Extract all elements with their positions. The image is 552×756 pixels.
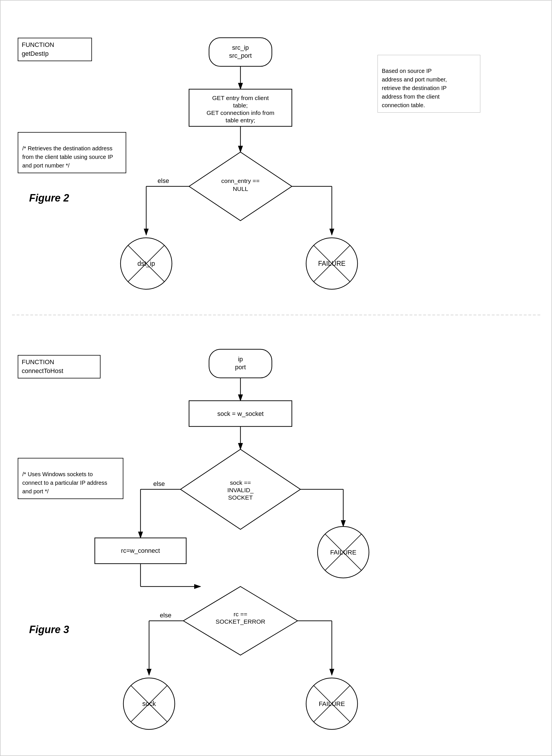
svg-point-23 — [306, 238, 358, 289]
svg-marker-52 — [183, 586, 298, 655]
svg-text:else: else — [160, 612, 171, 619]
svg-text:src_ip: src_ip — [232, 44, 249, 51]
svg-line-20 — [128, 245, 164, 282]
svg-text:table entry;: table entry; — [226, 117, 255, 123]
page: FUNCTION getDestIp /* Retrieves the dest… — [0, 0, 552, 756]
figure2-comment-box: /* Retrieves the destination address fro… — [18, 132, 126, 173]
figure3-comment-text: /* Uses Windows sockets to connect to a … — [22, 471, 107, 495]
svg-line-21 — [128, 245, 164, 282]
svg-rect-32 — [189, 401, 292, 426]
svg-text:conn_entry ==: conn_entry == — [221, 178, 260, 184]
svg-text:ip: ip — [238, 355, 243, 363]
svg-rect-5 — [189, 89, 292, 126]
svg-text:rc ==: rc == — [234, 611, 247, 617]
svg-line-62 — [131, 685, 167, 722]
svg-point-44 — [317, 527, 369, 578]
svg-text:sock ==: sock == — [230, 479, 251, 486]
figure3-label: Figure 3 — [29, 624, 69, 636]
svg-text:FAILURE: FAILURE — [318, 260, 346, 267]
figure2-comment-text: /* Retrieves the destination address fro… — [22, 145, 113, 169]
svg-line-46 — [325, 534, 362, 570]
svg-rect-1 — [209, 38, 272, 66]
svg-point-60 — [123, 678, 175, 730]
svg-line-61 — [131, 685, 167, 722]
svg-text:GET entry from client: GET entry from client — [212, 95, 269, 101]
svg-text:rc=w_connect: rc=w_connect — [121, 547, 160, 554]
svg-text:NULL: NULL — [233, 186, 248, 192]
svg-line-24 — [313, 245, 350, 282]
svg-marker-35 — [180, 449, 300, 529]
figure3-function-box: FUNCTION connectToHost — [18, 355, 101, 379]
svg-rect-48 — [95, 538, 186, 564]
figure2-annotation-box: Based on source IP address and port numb… — [378, 55, 480, 113]
svg-line-65 — [313, 685, 350, 722]
svg-text:else: else — [153, 480, 165, 487]
svg-point-64 — [306, 678, 358, 730]
svg-text:else: else — [158, 177, 169, 184]
svg-text:table;: table; — [233, 102, 248, 109]
svg-line-45 — [325, 534, 362, 570]
svg-text:dst_ip: dst_ip — [137, 260, 155, 267]
svg-text:SOCKET_ERROR: SOCKET_ERROR — [216, 618, 265, 625]
svg-rect-28 — [209, 349, 272, 378]
svg-text:FAILURE: FAILURE — [330, 549, 357, 556]
svg-text:INVALID_: INVALID_ — [227, 487, 254, 494]
svg-text:src_port: src_port — [229, 52, 252, 59]
function3-label-line1: FUNCTION — [22, 358, 97, 367]
figure3-comment-box: /* Uses Windows sockets to connect to a … — [18, 458, 123, 499]
svg-text:sock = w_socket: sock = w_socket — [217, 410, 264, 417]
svg-text:sock: sock — [142, 700, 156, 708]
function-label-line2: getDestIp — [22, 49, 88, 58]
figure2-annotation-text: Based on source IP address and port numb… — [382, 68, 447, 108]
svg-text:SOCKET: SOCKET — [228, 494, 253, 501]
svg-line-66 — [313, 685, 350, 722]
figure2-function-box: FUNCTION getDestIp — [18, 38, 92, 61]
svg-text:FAILURE: FAILURE — [319, 700, 345, 708]
svg-line-25 — [313, 245, 350, 282]
svg-text:port: port — [235, 363, 246, 371]
function-label-line1: FUNCTION — [22, 40, 88, 49]
figure2-label: Figure 2 — [29, 192, 69, 204]
svg-point-19 — [121, 238, 172, 289]
function3-label-line2: connectToHost — [22, 367, 97, 375]
svg-text:GET connection info from: GET connection info from — [206, 109, 274, 116]
svg-marker-11 — [189, 152, 292, 221]
